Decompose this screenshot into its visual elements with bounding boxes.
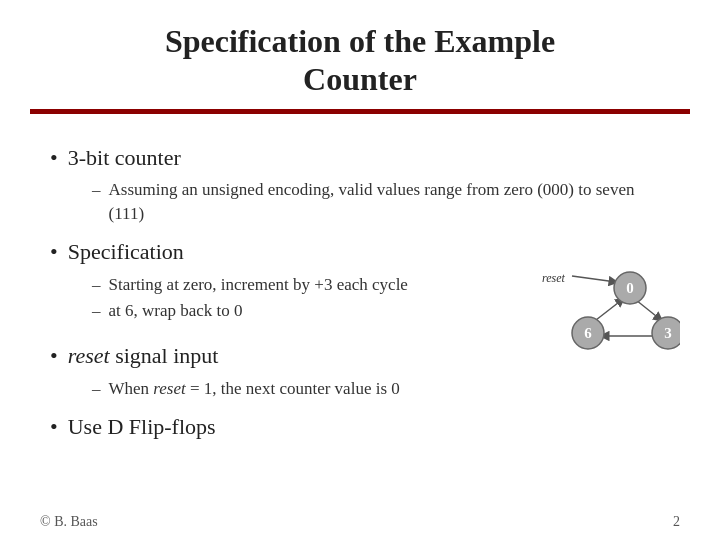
bullet-label-flipflop: Use D Flip-flops <box>68 413 216 442</box>
svg-text:3: 3 <box>664 325 672 341</box>
svg-text:0: 0 <box>626 280 634 296</box>
reset-suffix: signal input <box>110 343 219 368</box>
page-number: 2 <box>673 514 680 530</box>
title-line2: Counter <box>303 61 417 97</box>
bullet-dot-1: • <box>50 144 58 173</box>
copyright: © B. Baas <box>40 514 98 530</box>
slide: Specification of the Example Counter • 3… <box>0 0 720 540</box>
bullet-dot-2: • <box>50 238 58 267</box>
sub-dash-spec-0: – <box>92 273 101 297</box>
sub-text-3bit-0: Assuming an unsigned encoding, valid val… <box>109 178 671 226</box>
sub-dash-spec-1: – <box>92 299 101 323</box>
bullet-dot-4: • <box>50 413 58 442</box>
bullet-label-reset: reset signal input <box>68 342 219 371</box>
sub-text-reset-0: When reset = 1, the next counter value i… <box>109 377 400 401</box>
sub-bullets-reset: – When reset = 1, the next counter value… <box>92 377 670 401</box>
bullet-label-spec: Specification <box>68 238 184 267</box>
bullet-label-3bit: 3-bit counter <box>68 144 181 173</box>
svg-text:reset: reset <box>542 271 566 285</box>
slide-title: Specification of the Example Counter <box>40 22 680 99</box>
svg-line-2 <box>596 299 623 320</box>
sub-bullets-3bit: – Assuming an unsigned encoding, valid v… <box>92 178 670 226</box>
sub-dash-reset-0: – <box>92 377 101 401</box>
svg-text:6: 6 <box>584 325 592 341</box>
reset-italic: reset <box>68 343 110 368</box>
title-line1: Specification of the Example <box>165 23 555 59</box>
bullet-spec: • Specification <box>50 238 670 267</box>
sub-bullet-3bit-0: – Assuming an unsigned encoding, valid v… <box>92 178 670 226</box>
slide-header: Specification of the Example Counter <box>0 0 720 109</box>
diagram-svg: reset 0 3 6 <box>520 268 680 358</box>
bullet-3bit: • 3-bit counter <box>50 144 670 173</box>
state-diagram: reset 0 3 6 <box>520 268 680 358</box>
svg-line-3 <box>572 276 616 282</box>
sub-dash-1: – <box>92 178 101 202</box>
content-area: • 3-bit counter – Assuming an unsigned e… <box>0 114 720 457</box>
spec-row: – Starting at zero, increment by +3 each… <box>50 273 670 331</box>
bullet-dot-3: • <box>50 342 58 371</box>
svg-line-0 <box>636 300 661 320</box>
sub-bullet-reset-0: – When reset = 1, the next counter value… <box>92 377 670 401</box>
sub-text-spec-1: at 6, wrap back to 0 <box>109 299 243 323</box>
slide-footer: © B. Baas 2 <box>40 514 680 530</box>
bullet-flipflop: • Use D Flip-flops <box>50 413 670 442</box>
sub-text-spec-0: Starting at zero, increment by +3 each c… <box>109 273 408 297</box>
